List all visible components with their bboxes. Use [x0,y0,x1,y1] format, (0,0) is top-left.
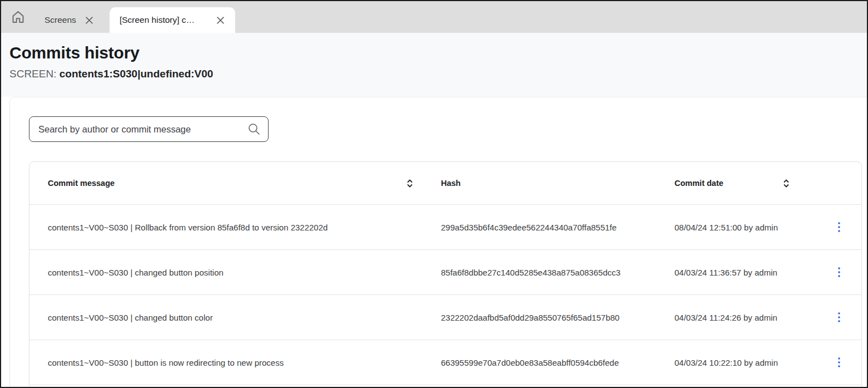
tab-screen-history[interactable]: [Screen history] c… [110,7,235,33]
tab-screen-history-label: [Screen history] c… [120,15,207,25]
kebab-menu-icon[interactable] [834,354,844,371]
table-row-partial [29,385,861,387]
close-icon[interactable] [85,16,94,24]
table-row: contents1~V00~S030 | changed button colo… [29,294,861,340]
page-title: Commits history [9,42,858,63]
tab-screens[interactable]: Screens [34,7,104,33]
column-header-hash: Hash [441,179,674,188]
commit-date-cell: 04/03/24 10:22:10 by admin [674,358,834,367]
column-label: Commit message [48,179,115,188]
commit-date-cell: 04/03/24 11:24:26 by admin [674,313,834,322]
column-label: Hash [441,179,460,188]
table-header-row: Commit message Hash Commit date [29,162,861,204]
tab-bar: Screens [Screen history] c… [1,1,867,33]
table-row: contents1~V00~S030 | Rollback from versi… [29,204,861,249]
row-actions [834,354,861,371]
table-row: contents1~V00~S030 | button is now redir… [29,340,861,385]
content-panel: Commit message Hash Commit date [9,97,867,387]
commit-message-cell: contents1~V00~S030 | changed button posi… [29,268,441,277]
commits-table: Commit message Hash Commit date [29,161,862,387]
commit-message-cell: contents1~V00~S030 | button is now redir… [29,358,441,367]
hash-cell: 299a5d35b6f4c39edee562244340a70ffa8551fe [441,223,674,232]
hash-cell: 2322202daafbd5af0dd29a8550765f65ad157b80 [441,313,674,322]
screen-subtitle: SCREEN: contents1:S030|undefined:V00 [9,68,858,80]
commit-date-cell: 04/03/24 11:36:57 by admin [674,268,834,277]
row-actions [834,219,861,235]
sort-icon[interactable] [406,179,413,188]
search-input[interactable] [38,124,247,135]
screen-value: contents1:S030|undefined:V00 [59,68,214,80]
commit-message-cell: contents1~V00~S030 | Rollback from versi… [29,223,441,232]
kebab-menu-icon[interactable] [834,219,844,235]
search-box[interactable] [29,116,269,142]
commit-message-cell: contents1~V00~S030 | changed button colo… [29,313,441,322]
screen-label: SCREEN: [9,68,56,80]
close-icon[interactable] [216,16,225,24]
tab-screens-label: Screens [44,15,76,25]
kebab-menu-icon[interactable] [834,309,844,326]
hash-cell: 85fa6f8dbbe27c140d5285e438a875a08365dcc3 [441,268,674,277]
hash-cell: 66395599e70a7d0eb0e83a58eabff0594cb6fede [441,358,674,367]
app-window: Screens [Screen history] c… Commits hist… [0,0,868,388]
home-icon [11,9,26,24]
kebab-menu-icon[interactable] [834,264,844,281]
column-header-commit-message[interactable]: Commit message [29,179,441,188]
row-actions [834,264,861,281]
column-header-commit-date[interactable]: Commit date [674,179,834,188]
page-header: Commits history SCREEN: contents1:S030|u… [1,33,867,97]
commit-date-cell: 08/04/24 12:51:00 by admin [674,223,834,232]
table-row: contents1~V00~S030 | changed button posi… [29,249,861,294]
search-icon[interactable] [247,122,261,136]
home-button[interactable] [8,7,28,27]
column-label: Commit date [674,179,723,188]
sort-icon[interactable] [783,179,790,188]
row-actions [834,309,861,326]
